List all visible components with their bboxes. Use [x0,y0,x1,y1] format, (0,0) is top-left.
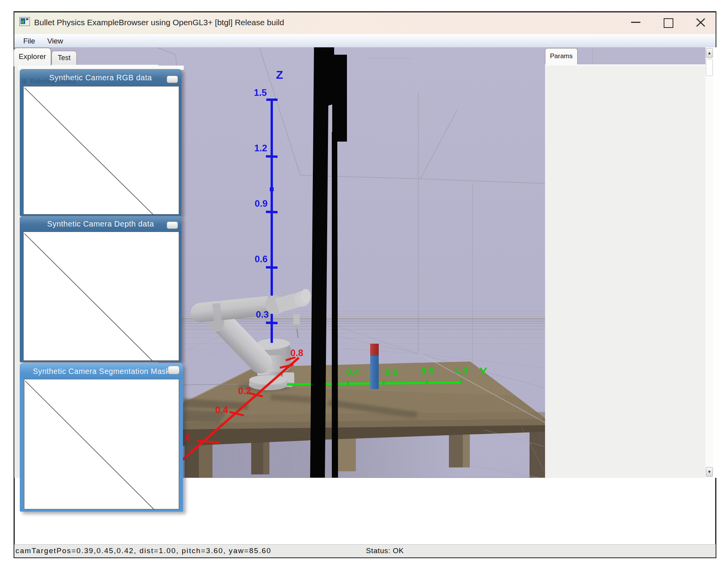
svg-text:1.5: 1.5 [254,87,267,98]
svg-text:Z: Z [276,68,283,81]
svg-text:1.0: 1.0 [455,365,468,375]
svg-text:1.2: 1.2 [254,143,267,153]
svg-text:0.4: 0.4 [346,367,359,377]
svg-text:Y: Y [480,365,487,378]
svg-text:0.6: 0.6 [385,367,398,377]
svg-text:.6: .6 [183,432,190,443]
svg-text:0.6: 0.6 [255,254,267,264]
svg-text:0.2: 0.2 [238,386,251,396]
svg-text:0.4: 0.4 [215,405,228,415]
svg-text:0.8: 0.8 [290,348,303,358]
svg-text:0.3: 0.3 [256,309,269,320]
svg-text:0.9: 0.9 [255,198,267,209]
svg-text:0.8: 0.8 [421,366,433,376]
